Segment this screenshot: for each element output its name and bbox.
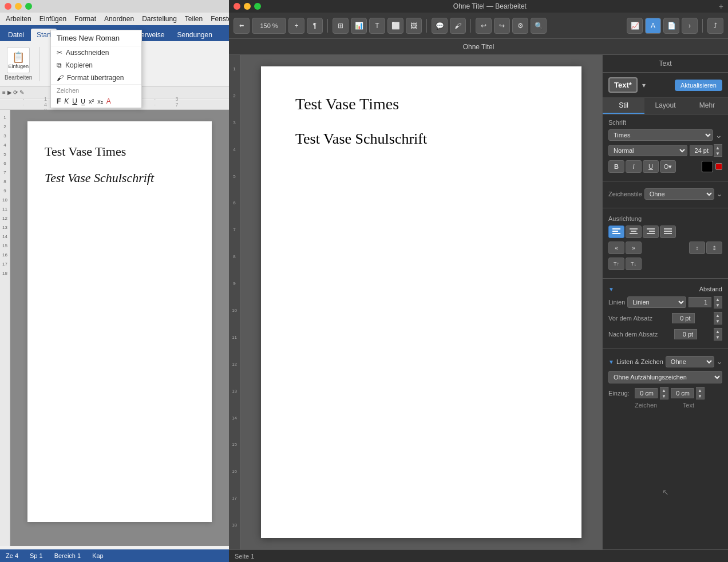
font-size-up[interactable]: ▲ [714, 145, 722, 151]
pages-doc-btn[interactable]: 📄 [663, 18, 679, 34]
font-color-swatch[interactable] [702, 161, 713, 172]
word-doc-text-1[interactable]: Test Vase Times [45, 144, 195, 159]
pages-share-btn[interactable]: ⤴ [707, 18, 723, 34]
aktualisieren-button[interactable]: Aktualisieren [675, 80, 722, 91]
tab-layout[interactable]: Layout [644, 98, 686, 114]
tab-datei[interactable]: Datei [2, 29, 30, 41]
pages-shape-btn[interactable]: ⬜ [387, 18, 403, 34]
pages-document-page[interactable]: Test Vase Times Test Vase Schulschrift [261, 66, 581, 538]
pages-settings-btn[interactable]: ⚙ [512, 18, 528, 34]
linien-stepper[interactable]: ▲ ▼ [714, 296, 722, 308]
einzug-zeichen-stepper[interactable]: ▲ ▼ [660, 387, 668, 399]
menu-item-einfuegen[interactable]: Einfügen [36, 14, 70, 24]
linien-up[interactable]: ▲ [714, 296, 722, 302]
subscript-btn[interactable]: x₂ [97, 98, 103, 105]
font-color-btn[interactable]: A [106, 97, 111, 105]
pages-close-button[interactable] [234, 3, 240, 10]
pages-undo-btn[interactable]: ↩ [476, 18, 492, 34]
strikethrough-btn[interactable]: U̲ [81, 98, 85, 105]
kopieren-item[interactable]: ⧉ Kopieren [51, 59, 141, 72]
listen-collapse-icon[interactable]: ▼ [608, 359, 614, 365]
pages-zoom-display[interactable]: 150 % [252, 18, 286, 34]
pages-redo-btn[interactable]: ↪ [494, 18, 510, 34]
pages-doc-text-2[interactable]: Test Vase Schulschrift [295, 130, 547, 148]
font-name-select[interactable]: Times [608, 129, 713, 141]
pages-canvas-area[interactable]: Test Vase Times Test Vase Schulschrift [240, 55, 602, 549]
vor-absatz-down[interactable]: ▼ [714, 318, 722, 324]
font-style-select[interactable]: Normal [608, 145, 687, 156]
text-down-btn[interactable]: T↓ [626, 258, 642, 270]
pages-zoom-controls-btn[interactable]: 🔍 [531, 18, 547, 34]
tab-sendungen[interactable]: Sendungen [171, 29, 217, 41]
pages-chart2-btn[interactable]: 📈 [627, 18, 643, 34]
nach-absatz-stepper[interactable]: ▲ ▼ [714, 328, 722, 341]
text-up-btn[interactable]: T↑ [608, 258, 624, 270]
pages-para-btn[interactable]: ¶ [307, 18, 323, 34]
pages-tool-nav-back[interactable]: ⬅ [234, 18, 250, 34]
abstand-collapse-icon[interactable]: ▼ [608, 286, 614, 292]
bold-btn[interactable]: F [57, 97, 61, 105]
superscript-btn[interactable]: x² [89, 98, 94, 105]
indent-decrease-btn[interactable]: « [608, 242, 624, 254]
pages-add-icon[interactable]: + [719, 2, 723, 11]
word-doc-text-2[interactable]: Test Vase Schulschrift [45, 171, 195, 185]
vor-absatz-stepper[interactable]: ▲ ▼ [714, 312, 722, 324]
indent-increase-btn[interactable]: » [626, 242, 642, 254]
pages-minimize-button[interactable] [244, 3, 251, 10]
outline-button[interactable]: O▾ [660, 160, 676, 173]
minimize-button[interactable] [15, 3, 22, 10]
pages-zoom-add[interactable]: + [288, 18, 304, 34]
tab-stil[interactable]: Stil [603, 98, 644, 114]
nach-absatz-down[interactable]: ▼ [714, 334, 722, 340]
line-spacing-wide-btn[interactable]: ⇕ [706, 242, 722, 254]
pages-table-btn[interactable]: ⊞ [333, 18, 349, 34]
linien-down[interactable]: ▼ [714, 302, 722, 308]
italic-btn[interactable]: K [64, 97, 69, 105]
underline-button[interactable]: U [643, 160, 659, 173]
underline-btn[interactable]: U [72, 97, 77, 105]
pages-format-btn[interactable]: A [645, 18, 661, 34]
ausschneiden-item[interactable]: ✂ Ausschneiden [51, 46, 141, 59]
pages-chart-btn[interactable]: 📊 [351, 18, 367, 34]
vor-absatz-up[interactable]: ▲ [714, 312, 722, 318]
einzug-zeichen-down[interactable]: ▼ [660, 393, 668, 399]
pages-text-btn[interactable]: T [369, 18, 385, 34]
einzug-text-down[interactable]: ▼ [696, 393, 704, 399]
align-justify-button[interactable] [660, 225, 676, 238]
listen-select[interactable]: Ohne [666, 356, 714, 367]
einzug-text-up[interactable]: ▲ [696, 387, 704, 393]
highlight-color-swatch[interactable] [715, 163, 722, 170]
nach-absatz-up[interactable]: ▲ [714, 329, 722, 334]
einfuegen-button[interactable]: 📋 Einfügen [7, 47, 30, 73]
pages-media-btn[interactable]: 🖼 [406, 18, 422, 34]
panel-style-box[interactable]: Text* [608, 77, 638, 93]
einzug-text-stepper[interactable]: ▲ ▼ [696, 387, 705, 399]
zeichenstile-select[interactable]: Ohne [644, 188, 714, 200]
tab-mehr[interactable]: Mehr [686, 98, 728, 114]
close-button[interactable] [5, 3, 11, 10]
font-size-down[interactable]: ▼ [714, 151, 722, 156]
panel-style-arrow[interactable]: ▾ [642, 81, 646, 89]
line-spacing-narrow-btn[interactable]: ↕ [689, 242, 705, 254]
menu-item-teilen[interactable]: Teilen [181, 14, 206, 24]
menu-item-darstellung[interactable]: Darstellung [139, 14, 180, 24]
pages-format-painter-btn[interactable]: 🖌 [450, 18, 466, 34]
linien-select[interactable]: Linien [627, 296, 686, 308]
font-size-stepper[interactable]: ▲ ▼ [714, 144, 722, 157]
align-left-button[interactable] [608, 225, 624, 238]
pages-doc-text-1[interactable]: Test Vase Times [295, 95, 547, 113]
word-canvas-container[interactable]: Test Vase Times Test Vase Schulschrift [10, 110, 229, 546]
pages-comment-btn[interactable]: 💬 [432, 18, 448, 34]
pages-more-btn[interactable]: › [682, 18, 698, 34]
italic-button[interactable]: I [626, 160, 642, 173]
aufzaehlung-select[interactable]: Ohne Aufzählungszeichen [608, 371, 722, 383]
align-center-button[interactable] [626, 225, 642, 238]
menu-item-anordnen[interactable]: Anordnen [101, 14, 137, 24]
menu-item-arbeiten[interactable]: Arbeiten [2, 14, 35, 24]
format-uebertragen-item[interactable]: 🖌 Format übertragen [51, 72, 141, 84]
menu-item-format[interactable]: Format [71, 14, 100, 24]
align-right-button[interactable] [643, 225, 659, 238]
pages-maximize-button[interactable] [254, 3, 261, 10]
einzug-zeichen-up[interactable]: ▲ [660, 387, 668, 393]
maximize-button[interactable] [25, 3, 32, 10]
